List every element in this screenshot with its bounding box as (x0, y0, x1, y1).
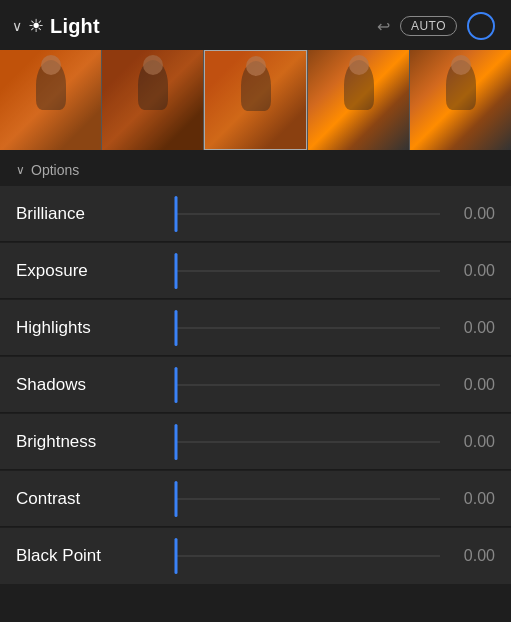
slider-row-contrast[interactable]: Contrast0.00 (0, 471, 511, 527)
options-chevron-icon: ∨ (16, 163, 25, 177)
slider-value-2: 0.00 (440, 319, 495, 337)
mode-toggle-button[interactable] (467, 12, 495, 40)
filmstrip-frame-3[interactable] (204, 50, 307, 150)
undo-button[interactable]: ↩ (377, 17, 390, 36)
filmstrip-frame-2[interactable] (102, 50, 203, 150)
slider-track-5[interactable] (176, 471, 440, 526)
filmstrip-frame-1[interactable] (0, 50, 101, 150)
slider-thumb-6 (175, 538, 178, 574)
slider-line-0 (176, 213, 440, 215)
slider-line-2 (176, 327, 440, 329)
slider-thumb-2 (175, 310, 178, 346)
sun-icon: ☀ (28, 15, 44, 37)
slider-label-4: Brightness (16, 432, 176, 452)
slider-value-0: 0.00 (440, 205, 495, 223)
slider-value-1: 0.00 (440, 262, 495, 280)
slider-line-6 (176, 555, 440, 557)
slider-track-3[interactable] (176, 357, 440, 412)
slider-label-3: Shadows (16, 375, 176, 395)
slider-label-2: Highlights (16, 318, 176, 338)
options-header[interactable]: ∨ Options (0, 152, 511, 186)
header-controls: ↩ AUTO (377, 12, 495, 40)
slider-value-4: 0.00 (440, 433, 495, 451)
header-left: ∨ ☀ Light (12, 15, 377, 38)
filmstrip-frame-5[interactable] (410, 50, 511, 150)
slider-row-highlights[interactable]: Highlights0.00 (0, 300, 511, 356)
filmstrip[interactable] (0, 50, 511, 150)
slider-track-0[interactable] (176, 186, 440, 241)
slider-value-3: 0.00 (440, 376, 495, 394)
slider-row-brilliance[interactable]: Brilliance0.00 (0, 186, 511, 242)
slider-thumb-1 (175, 253, 178, 289)
slider-line-1 (176, 270, 440, 272)
slider-label-0: Brilliance (16, 204, 176, 224)
slider-row-exposure[interactable]: Exposure0.00 (0, 243, 511, 299)
slider-track-2[interactable] (176, 300, 440, 355)
slider-track-1[interactable] (176, 243, 440, 298)
slider-label-6: Black Point (16, 546, 176, 566)
options-label: Options (31, 162, 79, 178)
slider-thumb-3 (175, 367, 178, 403)
slider-row-shadows[interactable]: Shadows0.00 (0, 357, 511, 413)
filmstrip-frame-4[interactable] (308, 50, 409, 150)
slider-line-3 (176, 384, 440, 386)
sliders-container: Brilliance0.00Exposure0.00Highlights0.00… (0, 186, 511, 622)
collapse-chevron-icon[interactable]: ∨ (12, 18, 22, 34)
panel-title: Light (50, 15, 100, 38)
slider-value-6: 0.00 (440, 547, 495, 565)
slider-thumb-4 (175, 424, 178, 460)
slider-line-4 (176, 441, 440, 443)
slider-value-5: 0.00 (440, 490, 495, 508)
slider-line-5 (176, 498, 440, 500)
slider-label-1: Exposure (16, 261, 176, 281)
light-panel: ∨ ☀ Light ↩ AUTO ∨ Options Brilliance0.0… (0, 0, 511, 622)
panel-header: ∨ ☀ Light ↩ AUTO (0, 0, 511, 50)
slider-row-brightness[interactable]: Brightness0.00 (0, 414, 511, 470)
slider-thumb-0 (175, 196, 178, 232)
slider-track-4[interactable] (176, 414, 440, 469)
slider-row-black-point[interactable]: Black Point0.00 (0, 528, 511, 584)
slider-thumb-5 (175, 481, 178, 517)
slider-track-6[interactable] (176, 528, 440, 584)
slider-label-5: Contrast (16, 489, 176, 509)
auto-button[interactable]: AUTO (400, 16, 457, 36)
